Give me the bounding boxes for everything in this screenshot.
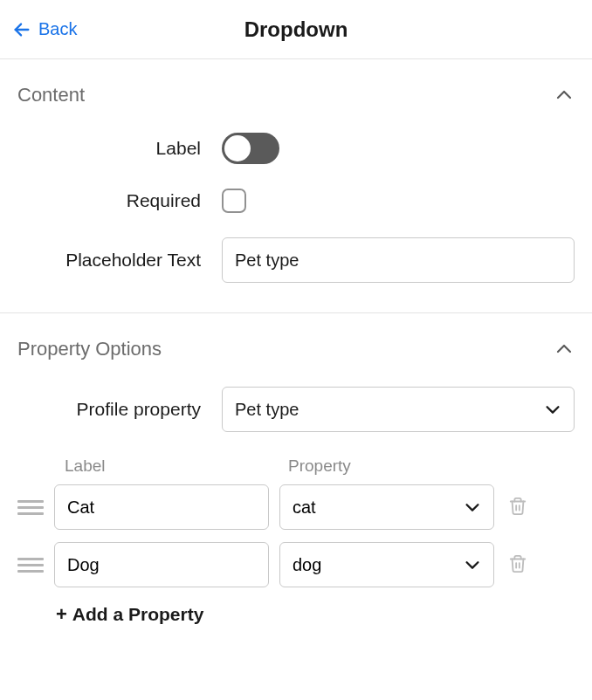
placeholder-input[interactable] — [222, 237, 575, 283]
trash-icon — [508, 553, 527, 574]
options-column-label: Label — [56, 456, 281, 476]
toggle-knob — [224, 135, 251, 161]
delete-option-button[interactable] — [505, 492, 531, 523]
delete-option-button[interactable] — [505, 550, 531, 580]
back-button[interactable]: Back — [12, 19, 77, 39]
content-section-header[interactable]: Content — [17, 84, 575, 106]
arrow-left-icon — [12, 20, 31, 39]
options-column-property: Property — [281, 456, 351, 476]
placeholder-field-label: Placeholder Text — [17, 250, 222, 271]
plus-icon: + — [56, 603, 67, 626]
required-checkbox[interactable] — [222, 189, 246, 213]
option-label-input[interactable] — [54, 484, 269, 530]
property-options-section-title: Property Options — [17, 338, 162, 360]
option-row: cat — [17, 484, 575, 530]
option-property-select[interactable]: dog — [279, 542, 494, 587]
option-property-select[interactable]: cat — [279, 484, 494, 530]
drag-handle-icon[interactable] — [17, 558, 44, 573]
trash-icon — [508, 496, 527, 517]
required-field-label: Required — [17, 190, 222, 211]
profile-property-field-label: Profile property — [17, 399, 222, 420]
option-label-input[interactable] — [54, 542, 269, 587]
content-section-title: Content — [17, 84, 85, 106]
add-property-label: Add a Property — [72, 604, 204, 625]
chevron-up-icon — [554, 85, 575, 106]
chevron-up-icon — [554, 339, 575, 360]
back-label: Back — [38, 19, 77, 39]
page-title: Dropdown — [244, 17, 348, 42]
property-options-section-header[interactable]: Property Options — [17, 338, 575, 360]
profile-property-select[interactable]: Pet type — [222, 387, 575, 432]
drag-handle-icon[interactable] — [17, 500, 44, 515]
option-row: dog — [17, 542, 575, 587]
label-toggle[interactable] — [222, 133, 279, 164]
add-property-button[interactable]: + Add a Property — [56, 603, 203, 626]
label-field-label: Label — [17, 138, 222, 159]
